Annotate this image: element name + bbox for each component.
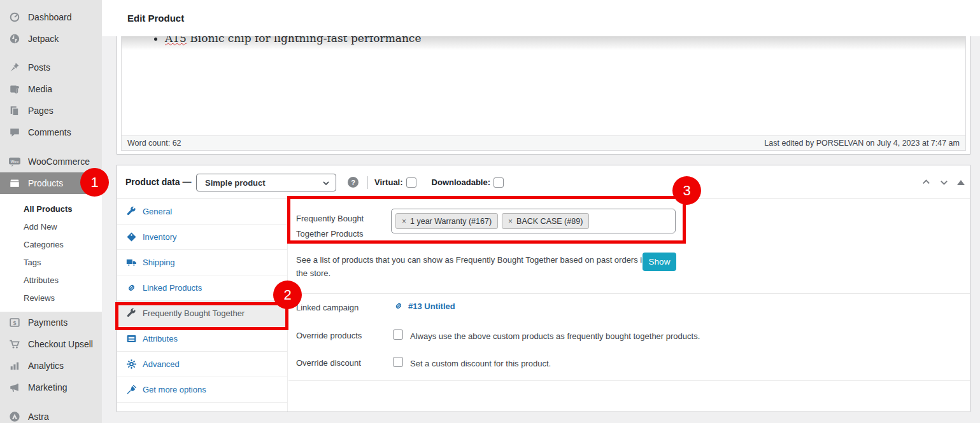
show-button[interactable]: Show xyxy=(643,253,676,271)
linked-campaign-link[interactable]: #13 Untitled xyxy=(394,301,455,311)
admin-page: Dashboard Jetpack Posts Media Pages xyxy=(0,0,980,423)
sidebar-item-products[interactable]: Products xyxy=(0,172,102,194)
override-discount-label: Override discount xyxy=(296,358,361,368)
metabox-controls xyxy=(921,165,965,199)
sidebar-item-astra[interactable]: Astra xyxy=(0,406,102,423)
sidebar-item-label: Jetpack xyxy=(28,34,59,44)
link-icon xyxy=(394,301,404,311)
submenu-item-all-products[interactable]: All Products xyxy=(0,200,102,218)
sidebar-item-label: Posts xyxy=(28,62,50,73)
description-bullet-item: A15 Bionic chip for lightning-fast perfo… xyxy=(165,36,965,45)
move-up-icon[interactable] xyxy=(921,177,931,187)
page-header: Edit Product xyxy=(102,0,980,36)
product-type-value: Simple product xyxy=(205,178,266,188)
product-data-title: Product data — xyxy=(125,165,191,199)
jetpack-icon xyxy=(8,32,21,45)
wrench-icon xyxy=(126,206,137,217)
tab-inventory[interactable]: Inventory xyxy=(117,225,287,250)
tab-frequently-bought-together[interactable]: Frequently Bought Together xyxy=(117,301,287,326)
submenu-item-add-new[interactable]: Add New xyxy=(0,218,102,235)
payments-icon: $ xyxy=(8,316,21,329)
tab-label: Get more options xyxy=(143,385,206,394)
submenu-label: All Products xyxy=(24,204,73,214)
sidebar-item-label: Payments xyxy=(28,317,67,328)
chevron-down-icon xyxy=(322,179,330,187)
comment-bubble-icon xyxy=(8,126,21,139)
move-down-icon[interactable] xyxy=(939,177,949,187)
sidebar-item-comments[interactable]: Comments xyxy=(0,121,102,143)
product-type-select[interactable]: Simple product xyxy=(196,174,336,191)
product-data-header: Product data — Simple product ? Virtual:… xyxy=(117,165,970,199)
sidebar-item-dashboard[interactable]: Dashboard xyxy=(0,6,102,28)
fbt-hint-text: See a list of products that you can show… xyxy=(296,254,648,281)
wrench-icon xyxy=(126,308,137,319)
fbt-products-label: Frequently Bought Together Products xyxy=(296,211,371,242)
product-tag: × 1 year Warranty (#167) xyxy=(395,213,498,229)
tab-advanced[interactable]: Advanced xyxy=(117,352,287,377)
astra-icon xyxy=(8,410,21,423)
gear-icon xyxy=(126,359,137,370)
tab-label: Inventory xyxy=(143,232,176,242)
section-divider xyxy=(288,380,970,381)
downloadable-checkbox[interactable] xyxy=(494,177,504,188)
dashboard-icon xyxy=(8,11,21,24)
sidebar-item-label: Astra xyxy=(28,412,49,422)
last-edited-info: Last edited by PORSELVAN on July 4, 2023… xyxy=(764,139,960,148)
submenu-item-categories[interactable]: Categories xyxy=(0,235,102,253)
products-box-icon xyxy=(8,177,21,190)
sidebar-item-checkout-upsell[interactable]: Checkout Upsell xyxy=(0,333,102,355)
admin-sidebar: Dashboard Jetpack Posts Media Pages xyxy=(0,0,102,423)
pushpin-icon xyxy=(8,61,21,74)
linked-campaign-value: #13 Untitled xyxy=(408,302,455,311)
pages-icon xyxy=(8,104,21,117)
sidebar-item-label: Pages xyxy=(28,106,53,116)
word-count: Word count: 62 xyxy=(127,139,181,148)
bullet-text: Bionic chip for lightning-fast performan… xyxy=(187,36,422,45)
override-discount-checkbox[interactable] xyxy=(393,357,403,367)
tab-attributes[interactable]: Attributes xyxy=(117,326,287,352)
product-tag: × BACK CASE (#89) xyxy=(502,213,589,229)
tab-get-more-options[interactable]: Get more options xyxy=(117,377,287,403)
products-submenu: All Products Add New Categories Tags Att… xyxy=(0,194,102,312)
linked-campaign-label: Linked campaign xyxy=(296,303,359,312)
tab-label: Attributes xyxy=(143,334,178,343)
tab-label: Linked Products xyxy=(143,283,202,293)
submenu-label: Add New xyxy=(24,222,57,232)
remove-tag-icon[interactable]: × xyxy=(402,217,406,226)
sidebar-item-jetpack[interactable]: Jetpack xyxy=(0,28,102,50)
tab-shipping[interactable]: Shipping xyxy=(117,250,287,275)
sidebar-item-label: Marketing xyxy=(28,382,67,392)
submenu-item-tags[interactable]: Tags xyxy=(0,253,102,271)
fbt-products-input[interactable]: × 1 year Warranty (#167) × BACK CASE (#8… xyxy=(391,209,676,233)
sidebar-item-marketing[interactable]: Marketing xyxy=(0,377,102,398)
override-products-checkbox[interactable] xyxy=(393,329,403,340)
link-icon xyxy=(126,282,137,293)
virtual-checkbox[interactable] xyxy=(406,177,416,188)
product-flags: Virtual: Downloadable: xyxy=(374,165,504,199)
submenu-label: Tags xyxy=(24,258,41,267)
tab-label: Shipping xyxy=(143,258,175,267)
tab-general[interactable]: General xyxy=(117,199,287,225)
remove-tag-icon[interactable]: × xyxy=(508,217,513,226)
product-tag-label: BACK CASE (#89) xyxy=(516,217,583,226)
submenu-item-attributes[interactable]: Attributes xyxy=(0,271,102,289)
sidebar-item-woocommerce[interactable]: Woo WooCommerce xyxy=(0,151,102,172)
woocommerce-icon: Woo xyxy=(8,155,21,168)
bar-chart-icon xyxy=(8,359,21,372)
editor-content-area[interactable]: A15 Bionic chip for lightning-fast perfo… xyxy=(122,36,965,135)
sidebar-item-label: Analytics xyxy=(28,361,64,371)
sidebar-item-media[interactable]: Media xyxy=(0,78,102,100)
sidebar-item-pages[interactable]: Pages xyxy=(0,100,102,121)
sidebar-item-posts[interactable]: Posts xyxy=(0,57,102,78)
plug-icon xyxy=(126,384,137,395)
sidebar-item-label: Products xyxy=(28,178,63,188)
tab-linked-products[interactable]: Linked Products xyxy=(117,275,287,301)
sidebar-item-analytics[interactable]: Analytics xyxy=(0,355,102,377)
help-icon[interactable]: ? xyxy=(348,177,359,188)
collapse-toggle-icon[interactable] xyxy=(957,180,965,185)
sidebar-item-label: Comments xyxy=(28,127,71,137)
svg-text:$: $ xyxy=(13,320,16,326)
submenu-item-reviews[interactable]: Reviews xyxy=(0,289,102,307)
divider xyxy=(367,176,368,189)
sidebar-item-payments[interactable]: $ Payments xyxy=(0,312,102,333)
